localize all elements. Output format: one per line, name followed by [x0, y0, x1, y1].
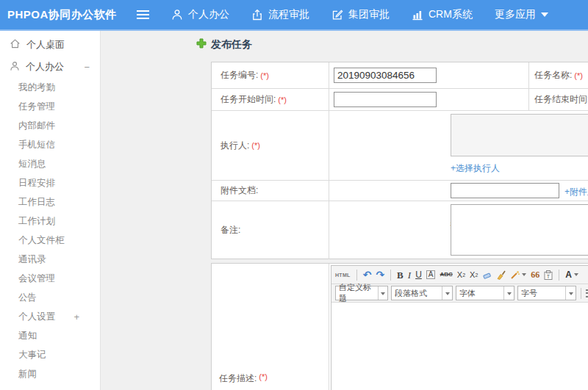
- table-row: 附件文档: +附件上传: [212, 181, 588, 201]
- sidebar-item-work-diary[interactable]: 工作日志: [0, 192, 100, 212]
- sidebar-item-personal-files[interactable]: 个人文件柜: [0, 231, 100, 250]
- underline-button[interactable]: U: [415, 270, 422, 279]
- home-icon: [10, 38, 21, 51]
- task-number-input[interactable]: [334, 68, 437, 83]
- sidebar: 个人桌面 个人办公 − 我的考勤 任务管理 内部邮件 手机短信 短消息 日程安排…: [0, 31, 101, 390]
- sidebar-item-personal-settings[interactable]: 个人设置 +: [0, 307, 100, 326]
- nav-item-group-approval[interactable]: 集团审批: [331, 8, 390, 21]
- sidebar-item-label: 公告: [18, 292, 37, 304]
- paste-icon[interactable]: T: [544, 270, 553, 280]
- expand-plus-icon[interactable]: +: [74, 311, 79, 322]
- sidebar-item-meeting-management[interactable]: 会议管理: [0, 269, 100, 288]
- chevron-down-icon: [541, 12, 548, 21]
- attachment-input[interactable]: [451, 183, 559, 198]
- sidebar-item-milestones[interactable]: 大事记: [0, 345, 100, 364]
- attachment-upload-link[interactable]: +附件上传: [564, 186, 588, 198]
- blockquote-button[interactable]: 66: [531, 270, 539, 279]
- sidebar-item-task-management[interactable]: 任务管理: [0, 97, 100, 116]
- html-source-button[interactable]: HTML: [335, 272, 351, 278]
- flow-approval-icon: [251, 9, 263, 21]
- table-row: 任务描述: (*) HTML ↶ ↷ B I U: [212, 264, 588, 390]
- attachment-cell: +附件上传: [329, 181, 588, 201]
- page-title-text: 发布任务: [211, 38, 252, 51]
- undo-icon[interactable]: ↶: [363, 270, 372, 280]
- paragraph-format-select[interactable]: 段落格式: [391, 286, 453, 300]
- chevron-down-icon: [522, 273, 526, 278]
- attachment-label: 附件文档:: [212, 181, 329, 201]
- editor-content-area[interactable]: [331, 303, 588, 390]
- sidebar-item-internal-mail[interactable]: 内部邮件: [0, 116, 100, 135]
- remark-textarea[interactable]: [451, 204, 588, 256]
- superscript-button[interactable]: X2: [457, 271, 465, 279]
- bold-button[interactable]: B: [397, 270, 404, 280]
- subscript-button[interactable]: X2: [470, 271, 478, 279]
- sidebar-item-label: 通讯录: [18, 253, 46, 266]
- collapse-minus-icon[interactable]: −: [84, 62, 90, 73]
- nav-label: CRM系统: [429, 8, 473, 21]
- required-mark: (*): [278, 95, 287, 104]
- font-family-select[interactable]: 字体: [456, 286, 514, 300]
- editor-toolbar-row2: 自定义标题 段落格式 字体 字号: [331, 284, 588, 303]
- page-title: 发布任务: [196, 38, 252, 51]
- format-brush-icon[interactable]: [496, 270, 506, 280]
- nav-item-personal-office[interactable]: 个人办公: [171, 8, 229, 21]
- task-name-label: 任务名称: (*): [529, 62, 588, 88]
- strikethrough-button[interactable]: ABC: [440, 272, 452, 278]
- sidebar-item-label: 个人办公: [26, 60, 64, 73]
- executor-textarea[interactable]: [451, 114, 588, 156]
- sidebar-item-label: 个人设置: [18, 311, 55, 323]
- font-size-select[interactable]: 字号: [517, 286, 576, 300]
- sidebar-item-schedule[interactable]: 日程安排: [0, 173, 100, 192]
- sidebar-item-news[interactable]: 新闻: [0, 364, 100, 383]
- edit-square-icon: [331, 9, 343, 21]
- sidebar-item-personal-office[interactable]: 个人办公 −: [0, 56, 100, 78]
- field-label: 任务开始时间:: [220, 93, 276, 106]
- chevron-down-icon: [442, 286, 452, 300]
- field-label: 执行人:: [220, 140, 249, 152]
- menu-toggle-button[interactable]: [137, 10, 149, 20]
- sidebar-item-mobile-sms[interactable]: 手机短信: [0, 135, 100, 154]
- eraser-icon[interactable]: [482, 270, 492, 280]
- sidebar-item-short-message[interactable]: 短消息: [0, 154, 100, 173]
- app-logo[interactable]: PHPOA协同办公软件: [7, 0, 117, 29]
- start-time-cell: [329, 89, 529, 110]
- sidebar-item-work-plan[interactable]: 工作计划: [0, 212, 100, 231]
- field-label: 任务结束时间:: [534, 93, 588, 106]
- sidebar-item-contacts[interactable]: 通讯录: [0, 250, 100, 269]
- redo-icon[interactable]: ↷: [376, 270, 384, 280]
- autotypeset-wand-icon[interactable]: [510, 270, 526, 280]
- sidebar-item-notification[interactable]: 通知: [0, 326, 100, 345]
- required-mark: (*): [574, 71, 583, 80]
- sidebar-item-my-attendance[interactable]: 我的考勤: [0, 78, 100, 97]
- sidebar-item-label: 通知: [18, 330, 37, 342]
- sidebar-item-personal-desktop[interactable]: 个人桌面: [0, 34, 100, 56]
- italic-button[interactable]: I: [408, 270, 411, 280]
- font-color-button[interactable]: A: [565, 270, 578, 279]
- sidebar-item-label: 新闻: [18, 368, 37, 380]
- table-row: 执行人: (*) +选择执行人 提醒执行人: ✓ 短消息提示: [212, 111, 588, 181]
- sidebar-item-label: 个人文件柜: [18, 234, 65, 247]
- sidebar-item-label: 任务管理: [18, 101, 55, 113]
- nav-item-more-apps[interactable]: 更多应用: [495, 8, 548, 21]
- table-row: 任务开始时间: (*) 任务结束时间: (*): [212, 89, 588, 111]
- nav-item-crm-system[interactable]: CRM系统: [412, 8, 473, 21]
- task-form-table: 任务编号: (*) 任务名称: (*) 任务开始时间: (*) 任务结束时间: …: [211, 62, 588, 259]
- executor-label: 执行人: (*): [212, 111, 329, 180]
- font-color-letter: A: [565, 270, 572, 279]
- field-label: 任务编号:: [220, 69, 258, 82]
- field-label: 附件文档:: [220, 184, 258, 197]
- task-number-cell: [329, 62, 529, 88]
- person-icon: [171, 9, 183, 21]
- start-time-input[interactable]: [334, 92, 437, 107]
- sidebar-item-announcement[interactable]: 公告: [0, 288, 100, 307]
- topbar: PHPOA协同办公软件 个人办公 流程审批: [0, 0, 588, 31]
- sidebar-item-label: 工作计划: [18, 215, 55, 228]
- rich-text-editor: HTML ↶ ↷ B I U A ABC X2: [331, 265, 588, 390]
- start-time-label: 任务开始时间: (*): [212, 89, 329, 110]
- font-border-button[interactable]: A: [426, 270, 436, 279]
- custom-title-select[interactable]: 自定义标题: [335, 286, 388, 300]
- select-executor-link[interactable]: +选择执行人: [451, 162, 500, 175]
- sup-base: X: [457, 271, 462, 279]
- top-navigation: 个人办公 流程审批 集团审批 CRM系统 更多应用: [137, 0, 548, 29]
- nav-item-workflow-approval[interactable]: 流程审批: [251, 8, 309, 21]
